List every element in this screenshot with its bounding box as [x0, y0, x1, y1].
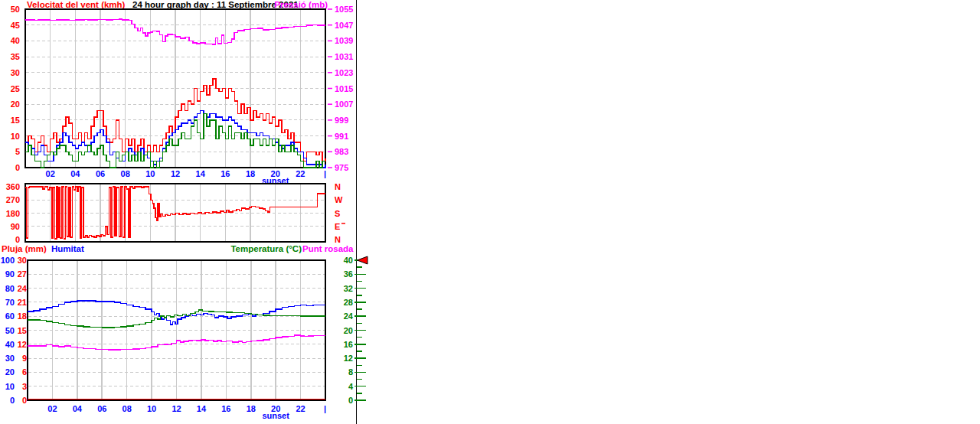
- axis-tick-label: 30: [11, 68, 20, 77]
- x-hour-label: 10: [145, 169, 155, 178]
- axis-tick-label: 9: [22, 354, 27, 363]
- axis-tick-label: 1055: [335, 5, 353, 14]
- axis-tick-label: 45: [11, 21, 20, 30]
- axis-tick-label: 40: [344, 256, 353, 265]
- x-hour-label: 08: [121, 169, 130, 178]
- x-hour-label: 14: [196, 169, 206, 178]
- x-hour-label: 02: [47, 404, 57, 413]
- axis-tick-label: 32: [344, 284, 353, 293]
- x-hour-label: 16: [220, 169, 230, 178]
- axis-tick-label: 20: [11, 99, 20, 109]
- weather-graphs-page: Velocitat del vent (kmh) 24 hour graph d…: [0, 0, 980, 424]
- x-end-tick: |: [324, 404, 326, 413]
- axis-tick-label: 1031: [335, 52, 353, 61]
- x-hour-label: 18: [247, 404, 256, 413]
- compass-label: W: [335, 195, 343, 204]
- axis-tick-label: 100: [1, 256, 15, 265]
- axis-tick-label: 983: [335, 147, 348, 156]
- temperature-scale-arrow: [358, 256, 368, 264]
- axis-tick-label: 0: [22, 396, 27, 405]
- axis-tick-label: 0: [10, 396, 15, 405]
- x-hour-label: 08: [122, 404, 132, 413]
- x-end-tick: |: [324, 169, 326, 178]
- axis-tick-label: 270: [6, 195, 20, 204]
- x-hour-label: 12: [172, 404, 181, 413]
- axis-tick-label: 360: [6, 182, 20, 191]
- x-hour-label: 14: [197, 404, 207, 413]
- axis-tick-label: 70: [5, 298, 15, 307]
- axis-tick-label: 50: [11, 5, 20, 14]
- axis-tick-label: 20: [5, 367, 15, 377]
- axis-tick-label: 28: [344, 298, 353, 307]
- axis-tick-label: 21: [18, 298, 27, 307]
- axis-tick-label: 40: [5, 340, 15, 349]
- axis-tick-label: 30: [5, 354, 15, 363]
- x-hour-label: 06: [96, 169, 105, 178]
- axis-tick-label: 18: [18, 311, 27, 321]
- axis-tick-label: 24: [344, 311, 354, 321]
- compass-label: N: [335, 235, 341, 244]
- axis-tick-label: 24: [18, 284, 28, 293]
- axis-tick-label: 1015: [335, 84, 353, 93]
- axis-tick-label: 0: [348, 396, 353, 405]
- compass-label: N: [335, 182, 341, 191]
- axis-tick-label: 6: [22, 367, 27, 377]
- axis-tick-label: 10: [11, 132, 20, 141]
- axis-tick-label: 12: [18, 340, 27, 349]
- axis-tick-label: 30: [18, 256, 27, 265]
- axis-tick-label: 1039: [335, 36, 353, 45]
- axis-tick-label: 16: [344, 340, 353, 349]
- axis-tick-label: 40: [11, 36, 20, 45]
- x-hour-label: 22: [296, 169, 305, 178]
- axis-tick-label: 1023: [335, 68, 353, 77]
- axis-tick-label: 12: [344, 354, 353, 363]
- x-hour-label: 04: [70, 169, 80, 178]
- axis-tick-label: 25: [11, 84, 20, 93]
- axis-tick-label: 1047: [335, 21, 353, 30]
- axis-tick-label: 35: [11, 52, 20, 61]
- axis-tick-label: 0: [15, 235, 20, 244]
- axis-tick-label: 3: [22, 382, 27, 391]
- axis-tick-label: 0: [15, 163, 20, 172]
- axis-tick-label: 4: [348, 382, 354, 391]
- compass-label: S: [335, 209, 340, 218]
- x-hour-label: 02: [46, 169, 55, 178]
- axis-tick-label: 180: [6, 209, 20, 218]
- axis-tick-label: 15: [11, 116, 20, 125]
- graphs-canvas: 0510152025303540455097598399199910071015…: [0, 0, 980, 424]
- x-hour-label: 12: [171, 169, 180, 178]
- axis-tick-label: 90: [11, 222, 20, 231]
- x-hour-label: 22: [296, 404, 305, 413]
- axis-tick-label: 1007: [335, 99, 353, 109]
- axis-tick-label: 60: [5, 311, 15, 321]
- axis-tick-label: 5: [15, 147, 20, 156]
- axis-tick-label: 999: [335, 116, 348, 125]
- axis-tick-label: 27: [18, 269, 27, 279]
- axis-tick-label: 80: [5, 284, 15, 293]
- axis-tick-label: 36: [344, 269, 353, 279]
- compass-label: E: [335, 222, 340, 231]
- x-hour-label: 10: [147, 404, 156, 413]
- axis-tick-label: 90: [5, 269, 15, 279]
- x-hour-label: 04: [73, 404, 83, 413]
- axis-tick-label: 975: [335, 163, 348, 172]
- axis-tick-label: 8: [348, 367, 353, 377]
- sunset-label: sunset: [262, 411, 289, 420]
- axis-tick-label: 10: [5, 382, 15, 391]
- axis-tick-label: 50: [5, 326, 15, 335]
- axis-tick-label: 991: [335, 132, 348, 141]
- x-hour-label: 18: [246, 169, 255, 178]
- axis-tick-label: 20: [344, 326, 353, 335]
- axis-tick-label: 15: [18, 326, 27, 335]
- x-hour-label: 06: [97, 404, 106, 413]
- x-hour-label: 16: [221, 404, 230, 413]
